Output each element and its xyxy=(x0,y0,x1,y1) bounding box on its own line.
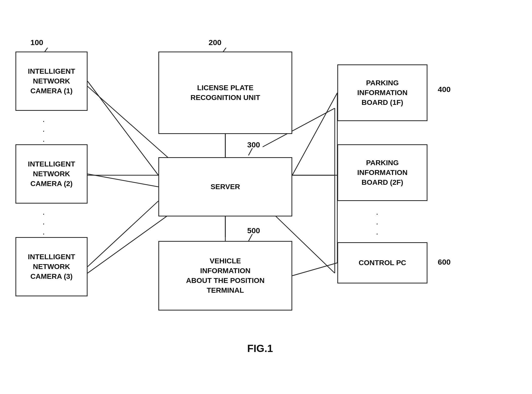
parking2f-box: PARKINGINFORMATIONBOARD (2F) xyxy=(337,144,427,201)
camera2-box: INTELLIGENTNETWORKCAMERA (2) xyxy=(15,144,88,204)
control-pc-box: CONTROL PC xyxy=(337,242,427,283)
lpr-box: LICENSE PLATERECOGNITION UNIT xyxy=(158,52,292,134)
svg-line-11 xyxy=(248,148,252,155)
parking1f-box: PARKINGINFORMATIONBOARD (1F) xyxy=(337,64,427,121)
camera3-box: INTELLIGENTNETWORKCAMERA (3) xyxy=(15,237,88,296)
svg-line-12 xyxy=(248,234,252,241)
diagram: 100 INTELLIGENTNETWORKCAMERA (1) ··· INT… xyxy=(0,0,532,394)
ref-300: 300 xyxy=(247,140,260,149)
ref-tick-300 xyxy=(247,148,263,156)
ref-600: 600 xyxy=(438,258,451,266)
dots-cameras-1-2: ··· xyxy=(42,116,45,146)
ref-tick-500 xyxy=(247,234,263,242)
dots-right: ··· xyxy=(376,209,378,238)
ref-200: 200 xyxy=(209,38,221,47)
camera1-box: INTELLIGENTNETWORKCAMERA (1) xyxy=(15,52,88,111)
vehicle-terminal-box: VEHICLEINFORMATIONABOUT THE POSITIONTERM… xyxy=(158,241,292,311)
dots-cameras-2-3: ··· xyxy=(42,209,45,238)
server-box: SERVER xyxy=(158,157,292,216)
ref-500: 500 xyxy=(247,226,260,235)
ref-400: 400 xyxy=(438,85,451,94)
figure-label: FIG.1 xyxy=(221,343,299,354)
ref-100: 100 xyxy=(30,38,43,47)
